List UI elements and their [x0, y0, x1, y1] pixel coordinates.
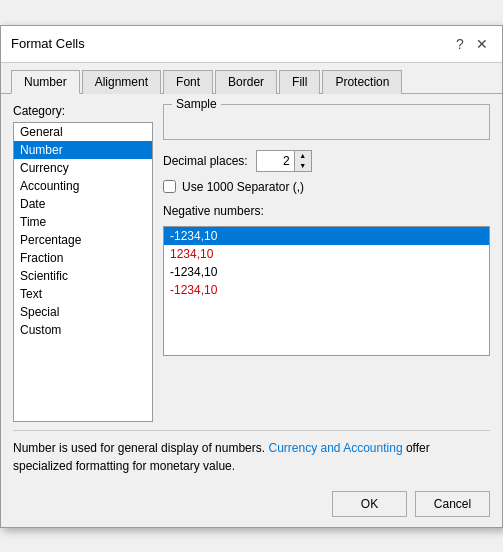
format-cells-dialog: Format Cells ? ✕ Number Alignment Font B…	[0, 25, 503, 528]
category-item-currency[interactable]: Currency	[14, 159, 152, 177]
category-item-special[interactable]: Special	[14, 303, 152, 321]
button-row: OK Cancel	[1, 485, 502, 527]
tab-border[interactable]: Border	[215, 70, 277, 94]
category-item-scientific[interactable]: Scientific	[14, 267, 152, 285]
tab-alignment[interactable]: Alignment	[82, 70, 161, 94]
category-list[interactable]: General Number Currency Accounting Date …	[13, 122, 153, 422]
decimal-row: Decimal places: ▲ ▼	[163, 150, 490, 172]
tab-protection[interactable]: Protection	[322, 70, 402, 94]
help-button[interactable]: ?	[450, 34, 470, 54]
category-item-percentage[interactable]: Percentage	[14, 231, 152, 249]
main-content: Category: General Number Currency Accoun…	[13, 104, 490, 422]
ok-button[interactable]: OK	[332, 491, 407, 517]
title-bar-left: Format Cells	[11, 36, 85, 51]
negative-item-2[interactable]: -1234,10	[164, 263, 489, 281]
separator-row: Use 1000 Separator (,)	[163, 180, 490, 194]
decimal-input[interactable]	[256, 150, 294, 172]
title-controls: ? ✕	[450, 34, 492, 54]
spin-buttons: ▲ ▼	[294, 150, 312, 172]
decimal-input-group: ▲ ▼	[256, 150, 312, 172]
negative-item-3[interactable]: -1234,10	[164, 281, 489, 299]
category-item-time[interactable]: Time	[14, 213, 152, 231]
decimal-label: Decimal places:	[163, 154, 248, 168]
category-item-custom[interactable]: Custom	[14, 321, 152, 339]
right-panel: Sample Decimal places: ▲ ▼	[163, 104, 490, 422]
category-item-text[interactable]: Text	[14, 285, 152, 303]
category-item-number[interactable]: Number	[14, 141, 152, 159]
tab-bar: Number Alignment Font Border Fill Protec…	[1, 63, 502, 94]
spin-down-button[interactable]: ▼	[295, 161, 311, 171]
negative-label: Negative numbers:	[163, 204, 490, 218]
spin-up-button[interactable]: ▲	[295, 151, 311, 161]
dialog-title: Format Cells	[11, 36, 85, 51]
description-text: Number is used for general display of nu…	[13, 430, 490, 475]
separator-label[interactable]: Use 1000 Separator (,)	[182, 180, 304, 194]
close-button[interactable]: ✕	[472, 34, 492, 54]
desc-before: Number is used for general display of nu…	[13, 441, 268, 455]
negative-item-0[interactable]: -1234,10	[164, 227, 489, 245]
category-item-general[interactable]: General	[14, 123, 152, 141]
negative-list[interactable]: -1234,10 1234,10 -1234,10 -1234,10	[163, 226, 490, 356]
tab-number[interactable]: Number	[11, 70, 80, 94]
desc-link[interactable]: Currency and Accounting	[268, 441, 402, 455]
separator-checkbox[interactable]	[163, 180, 176, 193]
tab-font[interactable]: Font	[163, 70, 213, 94]
sample-value	[174, 111, 479, 131]
negative-item-1[interactable]: 1234,10	[164, 245, 489, 263]
sample-group: Sample	[163, 104, 490, 140]
dialog-body: Category: General Number Currency Accoun…	[1, 94, 502, 485]
cancel-button[interactable]: Cancel	[415, 491, 490, 517]
tab-fill[interactable]: Fill	[279, 70, 320, 94]
category-item-accounting[interactable]: Accounting	[14, 177, 152, 195]
category-item-date[interactable]: Date	[14, 195, 152, 213]
title-bar: Format Cells ? ✕	[1, 26, 502, 63]
sample-legend: Sample	[172, 97, 221, 111]
category-item-fraction[interactable]: Fraction	[14, 249, 152, 267]
category-panel: Category: General Number Currency Accoun…	[13, 104, 153, 422]
category-label: Category:	[13, 104, 153, 118]
